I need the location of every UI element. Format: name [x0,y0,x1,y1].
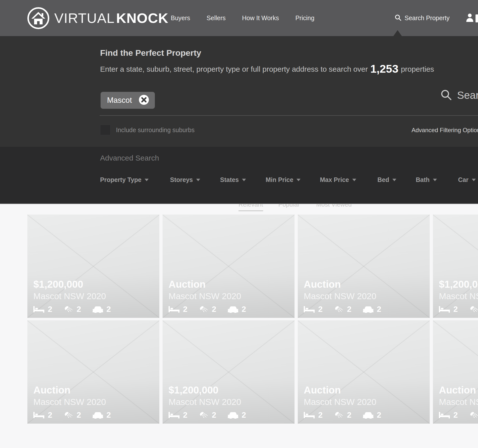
car-icon [363,412,373,419]
card-stats: 2 2 2 [304,410,425,420]
car-icon [228,412,238,419]
car-count: 2 [242,305,246,314]
search-icon [395,14,402,22]
card-overlay: $1,200,000 Mascot NSW 2020 2 2 2 [163,380,295,424]
caret-down-icon [145,179,149,181]
property-card[interactable]: $1,200,000 Mascot NSW 2020 2 2 2 [433,215,478,318]
property-card[interactable]: Auction Mascot NSW 2020 2 2 2 [298,320,430,424]
shower-icon [199,305,208,313]
bath-stat: 2 [64,305,81,314]
shower-icon [334,305,344,313]
bed-count: 2 [318,410,323,420]
card-stats: 2 2 2 [169,305,290,314]
filter-max-price[interactable]: Max Price [320,176,356,183]
bed-stat: 2 [33,305,52,314]
card-price: Auction [304,385,425,396]
filter-car-label: Car [458,176,469,183]
include-surrounding-label: Include surrounding suburbs [116,126,194,134]
bath-count: 2 [347,410,352,420]
car-stat: 2 [228,305,246,314]
filter-property-type[interactable]: Property Type [100,176,149,183]
card-address: Mascot NSW 2020 [439,397,478,407]
filter-bed-label: Bed [377,176,389,183]
shower-icon [64,305,73,313]
card-stats: 2 2 2 [33,305,154,314]
nav-item-buyers[interactable]: Buyers [171,14,190,22]
panel-caret-up-icon [393,30,402,36]
bath-stat: 2 [334,410,352,420]
nav-item-pricing[interactable]: Pricing [295,14,314,22]
filter-storeys-label: Storeys [170,176,193,183]
filter-min-price-label: Min Price [266,176,293,183]
bed-icon [169,412,179,419]
bed-count: 2 [48,305,52,314]
property-card[interactable]: $1,200,000 Mascot NSW 2020 2 2 2 [163,320,295,424]
filter-bath[interactable]: Bath [416,176,437,183]
card-overlay: Auction Mascot NSW 2020 2 2 2 [163,274,295,318]
property-card[interactable]: Auction Mascot NSW 2020 2 2 2 [433,320,478,424]
card-overlay: $1,200,000 Mascot NSW 2020 2 2 2 [27,274,159,318]
bed-icon [169,306,179,313]
bath-stat: 2 [469,305,478,314]
card-address: Mascot NSW 2020 [33,291,154,301]
property-card[interactable]: Auction Mascot NSW 2020 2 2 2 [27,320,159,424]
card-overlay: Auction Mascot NSW 2020 2 2 2 [298,274,430,318]
shower-icon [469,411,478,419]
property-card[interactable]: Auction Mascot NSW 2020 2 2 2 [163,215,295,318]
account-button[interactable] [466,0,474,36]
shower-icon [469,305,478,313]
nav-item-sellers[interactable]: Sellers [207,14,226,22]
bed-stat: 2 [169,410,187,420]
property-card[interactable]: $1,200,000 Mascot NSW 2020 2 2 2 [27,215,159,318]
caret-down-icon [196,179,200,181]
bed-icon [304,412,315,419]
filter-bed[interactable]: Bed [377,176,396,183]
caret-down-icon [433,179,437,181]
car-count: 2 [242,410,246,420]
advanced-search-title: Advanced Search [100,154,159,162]
nav-item-how-it-works[interactable]: How It Works [242,14,279,22]
car-stat: 2 [93,410,111,420]
caret-down-icon [242,179,246,181]
caret-down-icon [297,179,300,181]
card-address: Mascot NSW 2020 [439,291,478,301]
caret-down-icon [472,179,476,181]
search-submit-icon [440,89,452,102]
search-submit-button[interactable]: Search [440,89,478,102]
filter-states[interactable]: States [220,176,246,183]
property-card[interactable]: Auction Mascot NSW 2020 2 2 2 [298,215,430,318]
advanced-filtering-link[interactable]: Advanced Filtering Options [412,127,478,134]
shower-icon [199,411,208,419]
filter-car[interactable]: Car [458,176,476,183]
card-overlay: Auction Mascot NSW 2020 2 2 2 [433,380,478,424]
search-tag-mascot[interactable]: Mascot [101,92,155,109]
search-submit-label: Search [457,89,478,101]
property-count: 1,253 [370,62,399,75]
filter-storeys[interactable]: Storeys [170,176,200,183]
car-icon [93,306,103,313]
caret-down-icon [392,179,396,181]
card-overlay: Auction Mascot NSW 2020 2 2 2 [27,380,159,424]
car-icon [228,306,238,313]
filter-min-price[interactable]: Min Price [266,176,300,183]
car-stat: 2 [228,410,246,420]
include-surrounding-checkbox[interactable] [100,125,111,135]
card-price: $1,200,000 [33,279,154,290]
search-property-button[interactable]: Search Property [395,0,450,36]
search-panel: Find the Perfect Property Enter a state,… [0,36,478,204]
bed-icon [33,306,44,313]
bed-stat: 2 [439,410,458,420]
card-stats: 2 2 2 [439,305,478,314]
card-address: Mascot NSW 2020 [304,291,425,301]
brand-logo[interactable]: VIRTUALKNOCK [27,0,169,36]
search-tag-label: Mascot [107,96,132,105]
card-stats: 2 2 2 [439,410,478,420]
card-price: Auction [439,385,478,396]
car-stat: 2 [93,305,111,314]
person-icon [466,13,474,23]
card-overlay: Auction Mascot NSW 2020 2 2 2 [298,380,430,424]
remove-tag-icon[interactable] [138,94,149,106]
car-count: 2 [377,410,381,420]
account-label-fragment[interactable] [476,14,478,22]
card-price: $1,200,000 [439,279,478,290]
